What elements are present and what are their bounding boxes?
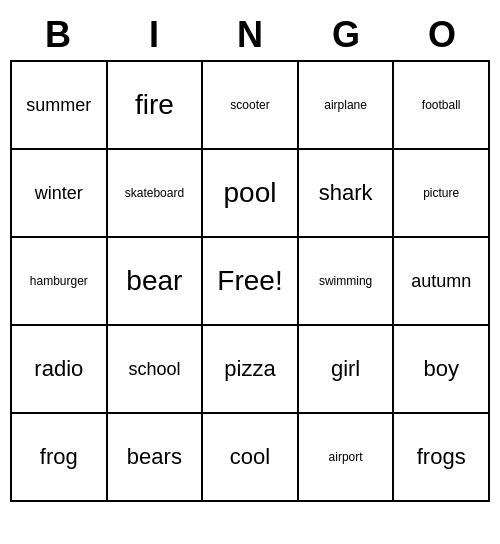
bingo-cell: pool: [203, 150, 299, 238]
bingo-cell: picture: [394, 150, 490, 238]
bingo-cell: frogs: [394, 414, 490, 502]
bingo-cell: boy: [394, 326, 490, 414]
cell-text: school: [128, 359, 180, 380]
header-letter: N: [202, 10, 298, 60]
cell-text: airplane: [324, 98, 367, 112]
bingo-grid: summerfirescooterairplanefootballwinters…: [10, 60, 490, 502]
cell-text: winter: [35, 183, 83, 204]
cell-text: scooter: [230, 98, 269, 112]
cell-text: radio: [34, 356, 83, 382]
cell-text: cool: [230, 444, 270, 470]
bingo-header: BINGO: [10, 10, 490, 60]
bingo-cell: skateboard: [108, 150, 204, 238]
bingo-cell: girl: [299, 326, 395, 414]
cell-text: frog: [40, 444, 78, 470]
bingo-card: BINGO summerfirescooterairplanefootballw…: [10, 10, 490, 502]
bingo-cell: football: [394, 62, 490, 150]
header-letter: O: [394, 10, 490, 60]
bingo-cell: hamburger: [12, 238, 108, 326]
cell-text: bear: [126, 265, 182, 297]
bingo-cell: swimming: [299, 238, 395, 326]
cell-text: airport: [329, 450, 363, 464]
cell-text: fire: [135, 89, 174, 121]
cell-text: Free!: [217, 265, 282, 297]
bingo-cell: Free!: [203, 238, 299, 326]
cell-text: pool: [224, 177, 277, 209]
bingo-cell: airport: [299, 414, 395, 502]
cell-text: bears: [127, 444, 182, 470]
cell-text: skateboard: [125, 186, 184, 200]
cell-text: frogs: [417, 444, 466, 470]
cell-text: summer: [26, 95, 91, 116]
header-letter: B: [10, 10, 106, 60]
cell-text: picture: [423, 186, 459, 200]
bingo-cell: bear: [108, 238, 204, 326]
cell-text: autumn: [411, 271, 471, 292]
cell-text: swimming: [319, 274, 372, 288]
bingo-cell: radio: [12, 326, 108, 414]
cell-text: boy: [423, 356, 458, 382]
bingo-cell: pizza: [203, 326, 299, 414]
cell-text: football: [422, 98, 461, 112]
bingo-cell: scooter: [203, 62, 299, 150]
cell-text: hamburger: [30, 274, 88, 288]
bingo-cell: frog: [12, 414, 108, 502]
cell-text: shark: [319, 180, 373, 206]
bingo-cell: autumn: [394, 238, 490, 326]
bingo-cell: bears: [108, 414, 204, 502]
bingo-cell: fire: [108, 62, 204, 150]
bingo-cell: summer: [12, 62, 108, 150]
bingo-cell: cool: [203, 414, 299, 502]
bingo-cell: airplane: [299, 62, 395, 150]
header-letter: G: [298, 10, 394, 60]
bingo-cell: winter: [12, 150, 108, 238]
cell-text: pizza: [224, 356, 275, 382]
bingo-cell: school: [108, 326, 204, 414]
bingo-cell: shark: [299, 150, 395, 238]
cell-text: girl: [331, 356, 360, 382]
header-letter: I: [106, 10, 202, 60]
